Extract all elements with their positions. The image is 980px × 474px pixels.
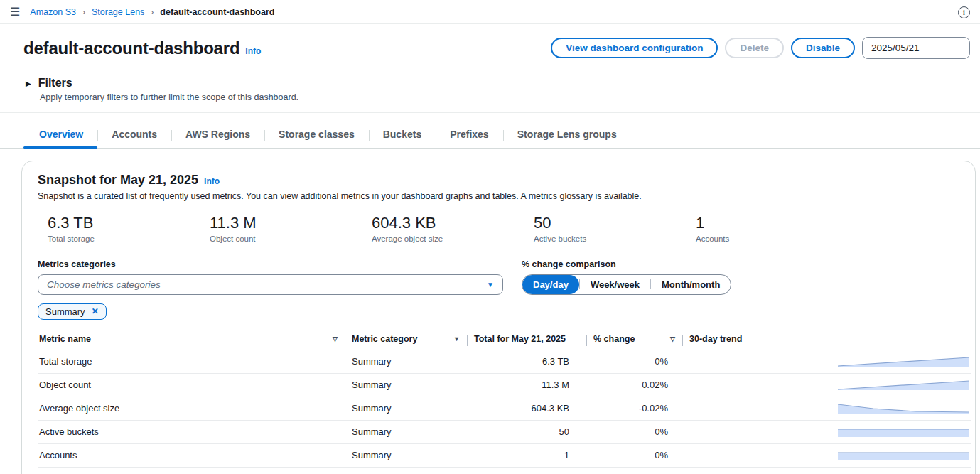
change-comparison-label: % change comparison	[522, 259, 731, 269]
cell-total: 6.3 TB	[467, 350, 586, 373]
tab-storage-lens-groups[interactable]: Storage Lens groups	[503, 123, 631, 148]
table-row: Active buckets Summary 50 0%	[38, 420, 971, 443]
cell-metric-name: Active buckets	[38, 420, 345, 443]
cell-metric-name: Total storage	[38, 350, 345, 373]
table-row: Total storage Summary 6.3 TB 0%	[38, 350, 971, 373]
metric-value: 50	[534, 213, 686, 233]
tab-accounts[interactable]: Accounts	[97, 123, 171, 148]
column-header-total[interactable]: Total for May 21, 2025	[467, 329, 586, 350]
cell-percent-change: 0%	[586, 420, 682, 443]
segment-month-month[interactable]: Month/month	[651, 275, 731, 294]
hamburger-menu-icon[interactable]: ☰	[10, 6, 20, 18]
view-dashboard-configuration-button[interactable]: View dashboard configuration	[551, 38, 718, 58]
filters-title: Filters	[38, 77, 72, 90]
trend-sparkline	[682, 350, 971, 373]
metrics-table: Metric name▽ Metric category▼ Total for …	[38, 329, 971, 474]
filters-expander[interactable]: ▶ Filters	[26, 77, 970, 90]
snapshot-metrics: 6.3 TB Total storage 11.3 M Object count…	[38, 213, 971, 243]
cell-metric-category: Summary	[345, 397, 467, 420]
snapshot-description: Snapshot is a curated list of frequently…	[38, 191, 971, 201]
column-header-metric-category[interactable]: Metric category▼	[345, 329, 467, 350]
snapshot-card: Snapshot for May 21, 2025 Info Snapshot …	[21, 161, 976, 474]
table-row: Accounts Summary 1 0%	[38, 443, 971, 467]
metric-label: Accounts	[696, 235, 848, 243]
title-info-link[interactable]: Info	[245, 46, 261, 56]
metric-label: Active buckets	[534, 235, 686, 243]
cell-metric-name: Average object size	[38, 397, 345, 420]
tab-storage-classes[interactable]: Storage classes	[264, 123, 369, 148]
metric-accounts: 1 Accounts	[686, 213, 848, 243]
cell-metric-category: Summary	[345, 443, 467, 467]
page-title: default-account-dashboard	[23, 38, 239, 58]
page-header: default-account-dashboard Info View dash…	[0, 24, 980, 68]
trend-sparkline	[682, 373, 971, 397]
metric-value: 6.3 TB	[48, 213, 200, 233]
cell-metric-category: Summary	[345, 350, 467, 373]
tab-buckets[interactable]: Buckets	[369, 123, 436, 148]
snapshot-info-link[interactable]: Info	[204, 176, 220, 186]
metrics-controls: Metrics categories Choose metrics catego…	[38, 259, 971, 320]
trend-sparkline	[682, 397, 971, 420]
chevron-down-icon: ▼	[487, 281, 494, 289]
breadcrumb-link-amazon-s3[interactable]: Amazon S3	[30, 7, 76, 17]
cell-total: 50	[467, 420, 586, 443]
metric-active-buckets: 50 Active buckets	[524, 213, 686, 243]
metric-label: Total storage	[48, 235, 200, 243]
cell-total: 11.3 M	[467, 373, 586, 397]
cell-percent-change: 0%	[586, 443, 682, 467]
disable-button[interactable]: Disable	[791, 38, 855, 58]
cell-percent-change: 0%	[586, 350, 682, 373]
trend-sparkline	[682, 443, 971, 467]
segment-week-week[interactable]: Week/week	[580, 275, 650, 294]
metric-average-object-size: 604.3 KB Average object size	[362, 213, 524, 243]
cell-total: 1	[467, 443, 586, 467]
column-header-30-day-trend[interactable]: 30-day trend	[682, 329, 971, 350]
date-input[interactable]	[862, 37, 970, 59]
sort-icon[interactable]: ▽	[670, 335, 675, 343]
metrics-categories-label: Metrics categories	[38, 259, 522, 269]
tab-bar: Overview Accounts AWS Regions Storage cl…	[0, 123, 980, 149]
cell-percent-change: 0.02%	[586, 373, 682, 397]
cell-total: 65	[467, 467, 586, 474]
cell-metric-name: Buckets	[38, 467, 345, 474]
filter-caret-icon[interactable]: ▼	[453, 335, 460, 343]
snapshot-title: Snapshot for May 21, 2025	[38, 173, 198, 188]
tab-aws-regions[interactable]: AWS Regions	[171, 123, 264, 148]
token-label: Summary	[45, 306, 85, 317]
comparison-segmented-control: Day/day Week/week Month/month	[522, 274, 731, 295]
token-summary[interactable]: Summary ✕	[38, 303, 107, 320]
info-icon[interactable]: i	[958, 6, 970, 18]
cell-metric-name: Object count	[38, 373, 345, 397]
tab-prefixes[interactable]: Prefixes	[436, 123, 502, 148]
sort-icon[interactable]: ▽	[333, 335, 338, 343]
table-row: Average object size Summary 604.3 KB -0.…	[38, 397, 971, 420]
column-header-metric-name[interactable]: Metric name▽	[38, 329, 345, 350]
breadcrumb-separator-icon: ›	[151, 7, 154, 17]
cell-percent-change: 0%	[586, 467, 682, 474]
trend-sparkline	[682, 467, 971, 474]
table-row: Buckets Summary 65 0%	[38, 467, 971, 474]
filters-section: ▶ Filters Apply temporary filters to fur…	[0, 68, 980, 113]
metric-value: 11.3 M	[210, 213, 362, 233]
cell-metric-name: Accounts	[38, 443, 345, 467]
trend-sparkline	[682, 420, 971, 443]
metric-object-count: 11.3 M Object count	[200, 213, 362, 243]
metric-label: Object count	[210, 235, 362, 243]
breadcrumb-link-storage-lens[interactable]: Storage Lens	[92, 7, 144, 17]
table-row: Object count Summary 11.3 M 0.02%	[38, 373, 971, 397]
top-navigation-bar: ☰ Amazon S3 › Storage Lens › default-acc…	[0, 0, 980, 24]
column-header-percent-change[interactable]: % change▽	[586, 329, 682, 350]
breadcrumb-separator-icon: ›	[82, 7, 85, 17]
cell-total: 604.3 KB	[467, 397, 586, 420]
breadcrumb-current-page: default-account-dashboard	[160, 7, 274, 17]
metric-label: Average object size	[372, 235, 524, 243]
breadcrumb: Amazon S3 › Storage Lens › default-accou…	[30, 7, 274, 17]
metric-value: 1	[696, 213, 848, 233]
expand-caret-icon: ▶	[26, 80, 31, 87]
segment-day-day[interactable]: Day/day	[522, 275, 579, 294]
select-placeholder: Choose metrics categories	[47, 279, 161, 290]
metrics-categories-select[interactable]: Choose metrics categories ▼	[38, 274, 503, 295]
tab-overview[interactable]: Overview	[23, 123, 97, 148]
close-icon[interactable]: ✕	[92, 306, 99, 316]
delete-button: Delete	[725, 38, 784, 58]
